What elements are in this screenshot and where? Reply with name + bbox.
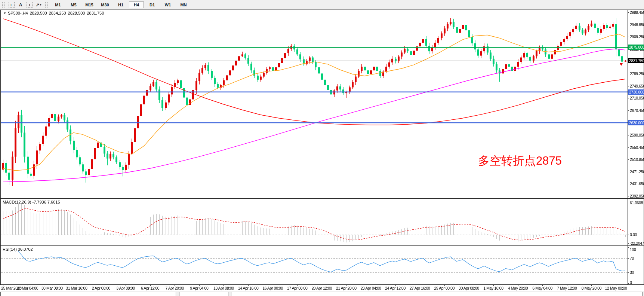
rsi-indicator-label: RSI(14) 36.0702 [3,247,33,251]
window-edge-box [0,292,176,296]
timeframe-h1-button[interactable]: H1 [113,1,128,8]
arrows-icon[interactable]: ↗▾ [34,1,43,9]
timeframe-m5-button[interactable]: M5 [66,1,81,8]
fibonacci-icon[interactable]: F [7,1,16,9]
macd-name: MACD(12,26,9) [3,200,31,204]
window-edge-box [179,292,228,296]
toolbar: F A T ↗▾ M1 M5 M15 M30 H1 H4 D1 W1 MN [0,0,644,10]
annotation-text: 多空转折点2875 [478,153,562,169]
mt4-chart-window: F A T ↗▾ M1 M5 M15 M30 H1 H4 D1 W1 MN ▼S… [0,0,644,296]
timeframe-m30-button[interactable]: M30 [98,1,113,8]
price-chart-canvas[interactable] [0,0,644,296]
timeframe-d1-button[interactable]: D1 [145,1,160,8]
ohlc-high: 2834.250 [49,11,66,15]
timeframe-m1-button[interactable]: M1 [50,1,65,8]
toolbar-drag-handle-2[interactable] [45,2,48,8]
toolbar-drag-handle[interactable] [2,2,5,8]
collapse-triangle-icon[interactable]: ▼ [3,12,6,15]
chart-title: ▼SP500-,H42828.5002834.2502828.5002831.7… [3,11,104,15]
text-label-glyph: T [27,2,33,8]
chevron-down-icon[interactable]: ▾ [40,3,41,6]
text-label-icon[interactable]: T [25,1,34,9]
rsi-name: RSI(14) [3,247,17,251]
ohlc-close: 2831.750 [87,11,104,15]
timeframe-w1-button[interactable]: W1 [160,1,175,8]
bottom-window-strip [0,291,644,296]
window-edge-box [231,292,643,296]
macd-indicator-label: MACD(12,26,9) -7.7936 7.6015 [3,200,60,204]
macd-values: -7.7936 7.6015 [32,200,60,204]
symbol-period: SP500-,H4 [8,11,28,15]
text-icon[interactable]: A [16,1,25,9]
timeframe-m15-button[interactable]: M15 [82,1,97,8]
rsi-value: 36.0702 [18,247,33,251]
ohlc-low: 2828.500 [68,11,85,15]
arrows-glyph: ↗ [36,2,39,7]
ohlc-open: 2828.500 [30,11,47,15]
timeframe-h4-button[interactable]: H4 [129,1,144,8]
fibonacci-glyph: F [9,2,15,8]
text-glyph: A [19,2,22,7]
timeframe-mn-button[interactable]: MN [176,1,191,8]
